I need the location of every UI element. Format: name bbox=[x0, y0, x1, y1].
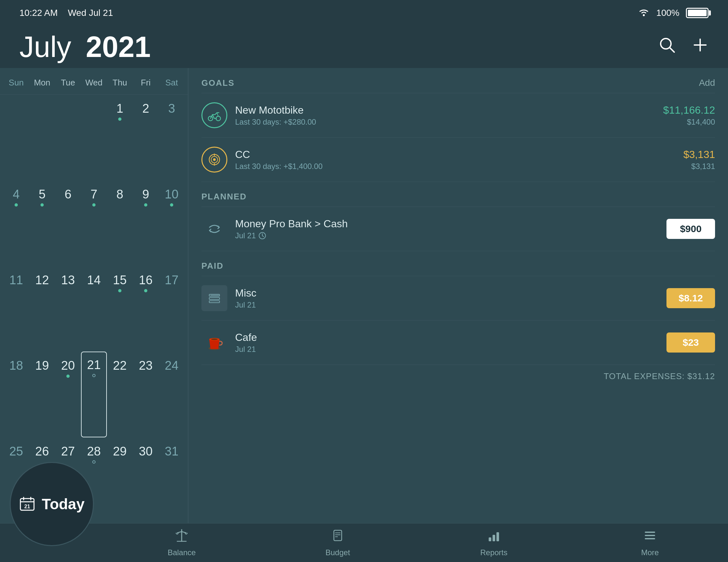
cal-cell-14[interactable]: 14 bbox=[81, 266, 107, 352]
cal-cell-31[interactable]: 31 bbox=[159, 437, 185, 523]
header-title: July 2021 bbox=[19, 30, 151, 64]
status-date: Wed Jul 21 bbox=[68, 8, 113, 18]
goal-amounts-mototbike: $11,166.12 $14,400 bbox=[663, 104, 715, 127]
paid-amount-cafe[interactable]: $23 bbox=[666, 332, 715, 352]
header-month: July bbox=[19, 31, 71, 63]
paid-sub-cafe: Jul 21 bbox=[235, 345, 659, 354]
goal-info-mototbike: New Mototbike Last 30 days: +$280.00 bbox=[235, 104, 655, 127]
goal-item-mototbike[interactable]: New Mototbike Last 30 days: +$280.00 $11… bbox=[201, 93, 715, 138]
cal-date: 15 bbox=[113, 273, 127, 287]
goal-total-cc: $3,131 bbox=[683, 162, 715, 171]
cal-cell-22[interactable]: 22 bbox=[107, 351, 133, 437]
cal-date: 2 bbox=[142, 102, 149, 116]
goal-info-cc: CC Last 30 days: +$1,400.00 bbox=[235, 149, 676, 171]
svg-point-19 bbox=[211, 338, 218, 340]
cal-date: 19 bbox=[35, 359, 49, 373]
cal-cell-18[interactable]: 18 bbox=[3, 351, 29, 437]
svg-rect-15 bbox=[209, 301, 220, 303]
cal-date: 24 bbox=[165, 359, 178, 373]
paid-item-misc[interactable]: Misc Jul 21 $8.12 bbox=[201, 276, 715, 320]
cal-cell-4[interactable]: 4 bbox=[3, 180, 29, 266]
cal-cell-19[interactable]: 19 bbox=[29, 351, 55, 437]
svg-line-27 bbox=[182, 532, 186, 533]
tab-reports[interactable]: Reports bbox=[416, 528, 572, 557]
right-panel: GOALS Add New Mototbike Last 30 days: +$… bbox=[188, 68, 728, 523]
paid-item-cafe[interactable]: Cafe Jul 21 $23 bbox=[201, 320, 715, 365]
cal-date-today: 21 bbox=[87, 358, 101, 372]
cal-cell-empty[interactable] bbox=[55, 95, 81, 180]
cal-cell-15[interactable]: 15 bbox=[107, 266, 133, 352]
cal-cell-17[interactable]: 17 bbox=[159, 266, 185, 352]
tab-items: Balance Budget Reports bbox=[104, 528, 728, 557]
cal-cell-11[interactable]: 11 bbox=[3, 266, 29, 352]
cal-cell-29[interactable]: 29 bbox=[107, 437, 133, 523]
tab-budget[interactable]: Budget bbox=[260, 528, 416, 557]
paid-name-cafe: Cafe bbox=[235, 331, 659, 343]
calendar-grid: 1 2 3 4 5 6 7 bbox=[0, 95, 188, 523]
balance-icon bbox=[175, 528, 189, 545]
main-area: Sun Mon Tue Wed Thu Fri Sat 1 2 3 bbox=[0, 68, 728, 523]
goal-icon-motorcycle bbox=[201, 102, 227, 128]
goals-section-title: GOALS bbox=[201, 78, 234, 88]
day-header-wed: Wed bbox=[81, 75, 107, 91]
cal-cell-empty[interactable] bbox=[3, 95, 29, 180]
svg-text:21: 21 bbox=[24, 504, 30, 509]
cal-cell-2[interactable]: 2 bbox=[133, 95, 159, 180]
planned-amount-transfer[interactable]: $900 bbox=[666, 219, 715, 239]
paid-amount-misc[interactable]: $8.12 bbox=[666, 288, 715, 308]
planned-item-transfer[interactable]: Money Pro Bank > Cash Jul 21 $900 bbox=[201, 207, 715, 251]
goals-add-button[interactable]: Add bbox=[699, 78, 715, 88]
cal-cell-24[interactable]: 24 bbox=[159, 351, 185, 437]
goal-name-mototbike: New Mototbike bbox=[235, 104, 655, 116]
svg-point-9 bbox=[213, 158, 216, 161]
battery-icon bbox=[686, 8, 709, 18]
day-headers: Sun Mon Tue Wed Thu Fri Sat bbox=[0, 68, 188, 95]
cal-date: 9 bbox=[142, 188, 149, 201]
cal-dot bbox=[15, 203, 18, 207]
cal-cell-30[interactable]: 30 bbox=[133, 437, 159, 523]
cal-cell-13[interactable]: 13 bbox=[55, 266, 81, 352]
cal-cell-6[interactable]: 6 bbox=[55, 180, 81, 266]
cal-date: 4 bbox=[13, 188, 19, 201]
cal-cell-21-today[interactable]: 21 bbox=[81, 351, 107, 437]
cal-cell-20[interactable]: 20 bbox=[55, 351, 81, 437]
cal-cell-8[interactable]: 8 bbox=[107, 180, 133, 266]
tab-balance[interactable]: Balance bbox=[104, 528, 260, 557]
status-time-date: 10:22 AM Wed Jul 21 bbox=[19, 8, 113, 18]
cal-dot-empty bbox=[92, 374, 96, 377]
cal-cell-empty[interactable] bbox=[29, 95, 55, 180]
cal-cell-5[interactable]: 5 bbox=[29, 180, 55, 266]
misc-icon bbox=[201, 285, 227, 311]
cal-cell-1[interactable]: 1 bbox=[107, 95, 133, 180]
status-bar: 10:22 AM Wed Jul 21 100% bbox=[0, 0, 728, 26]
budget-icon bbox=[331, 528, 345, 545]
add-button[interactable] bbox=[692, 37, 709, 58]
cal-cell-9[interactable]: 9 bbox=[133, 180, 159, 266]
svg-rect-34 bbox=[493, 535, 495, 541]
tab-more[interactable]: More bbox=[572, 528, 728, 557]
paid-section-header: PAID bbox=[201, 251, 715, 276]
goal-item-cc[interactable]: CC Last 30 days: +$1,400.00 $3,131 $3,13… bbox=[201, 138, 715, 182]
cal-cell-empty[interactable] bbox=[81, 95, 107, 180]
cal-date: 10 bbox=[165, 188, 178, 201]
planned-info-transfer: Money Pro Bank > Cash Jul 21 bbox=[235, 218, 659, 240]
cal-dot-empty bbox=[92, 460, 96, 464]
cal-cell-12[interactable]: 12 bbox=[29, 266, 55, 352]
today-circle[interactable]: 21 Today bbox=[10, 462, 94, 546]
day-header-sun: Sun bbox=[3, 75, 29, 91]
search-button[interactable] bbox=[659, 37, 676, 58]
goals-section-header: GOALS Add bbox=[201, 68, 715, 93]
cal-dot bbox=[144, 289, 147, 292]
cal-cell-7[interactable]: 7 bbox=[81, 180, 107, 266]
cal-date: 28 bbox=[87, 444, 101, 458]
reports-icon bbox=[487, 528, 501, 545]
cal-cell-3[interactable]: 3 bbox=[159, 95, 185, 180]
calendar-section: Sun Mon Tue Wed Thu Fri Sat 1 2 3 bbox=[0, 68, 188, 523]
cal-cell-16[interactable]: 16 bbox=[133, 266, 159, 352]
cal-cell-10[interactable]: 10 bbox=[159, 180, 185, 266]
cal-cell-23[interactable]: 23 bbox=[133, 351, 159, 437]
cal-date: 12 bbox=[35, 273, 49, 287]
cal-date: 3 bbox=[168, 102, 175, 116]
header: July 2021 bbox=[0, 26, 728, 68]
planned-section-header: PLANNED bbox=[201, 182, 715, 207]
